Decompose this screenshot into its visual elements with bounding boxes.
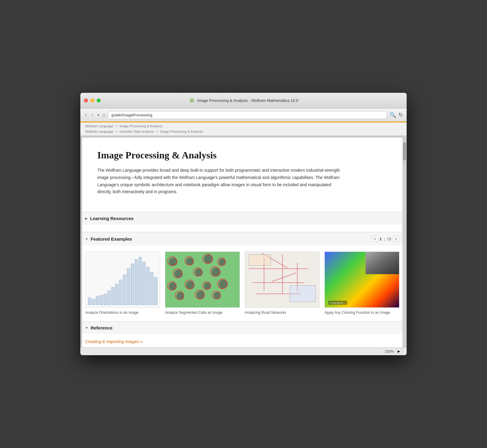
traffic-lights: [84, 99, 101, 102]
featured-examples-arrow[interactable]: ▼: [85, 237, 88, 241]
reference-arrow: ▼: [85, 326, 88, 330]
ring-4: [217, 258, 226, 266]
example-card-2[interactable]: Analyzing Road Networks: [245, 252, 320, 315]
back-button[interactable]: ‹: [84, 112, 88, 118]
window-title-area: ✳️ Image Processing & Analysis - Wolfram…: [189, 98, 298, 103]
bar-3: [96, 296, 99, 305]
ring-10: [202, 281, 211, 290]
ring-7: [210, 266, 220, 277]
map-region-2: [290, 285, 316, 302]
example-thumb-2: [245, 252, 320, 308]
learning-resources-arrow: ▶: [85, 217, 88, 220]
bar-10: [123, 274, 126, 305]
bar-1: [88, 297, 91, 305]
search-button[interactable]: 🔍: [389, 112, 396, 118]
bar-5: [104, 294, 107, 305]
bar-16: [146, 267, 150, 305]
page-body: Image Processing & Analysis The Wolfram …: [82, 138, 402, 205]
history-dropdown[interactable]: ▼: [97, 113, 100, 117]
ring-8: [167, 281, 176, 291]
road-d2: [272, 272, 296, 282]
learning-resources-section: ▶ Learning Resources: [82, 212, 402, 225]
learning-resources-header[interactable]: ▶ Learning Resources: [82, 212, 402, 225]
page-description: The Wolfram Language provides broad and …: [97, 167, 345, 196]
map-region-1: [249, 255, 271, 266]
minimize-button[interactable]: [90, 99, 94, 102]
creating-importing-link[interactable]: Creating & Importing Images »: [85, 339, 143, 344]
refresh-button[interactable]: ↻: [398, 112, 403, 118]
page-total: 15: [387, 237, 391, 241]
example-thumb-1: [165, 252, 240, 308]
example-card-1[interactable]: Analyze Segmented Cells an Image: [165, 252, 240, 315]
bar-6: [107, 291, 111, 305]
forward-button[interactable]: ›: [90, 112, 94, 118]
bar-12: [131, 264, 134, 305]
bar-14: [139, 257, 142, 305]
featured-examples-title: Featured Examples: [91, 236, 132, 242]
example-label-1: Analyze Segmented Cells an Image: [165, 310, 240, 315]
status-bar: 100% ▶: [80, 347, 407, 355]
bar-11: [127, 268, 130, 305]
close-button[interactable]: [84, 99, 88, 102]
reference-header[interactable]: ▼ Reference: [82, 322, 402, 334]
cells-visual: [165, 252, 240, 307]
featured-examples-section: ▼ Featured Examples « 1 | 15 »: [82, 232, 402, 321]
colormap-label-overlay: ImageApply[...]: [328, 301, 347, 305]
window-title: Image Processing & Analysis - Wolfram Ma…: [197, 98, 298, 103]
main-content: Image Processing & Analysis The Wolfram …: [82, 138, 402, 347]
breadcrumb-scientific-data[interactable]: Scientific Data Analysis: [119, 130, 154, 133]
pagination: « 1 | 15 »: [372, 236, 399, 242]
road-v2: [282, 255, 283, 294]
reference-title: Reference: [91, 325, 113, 330]
ring-12: [175, 291, 184, 300]
example-label-0: Analyze Orientations in an Image: [85, 310, 160, 315]
breadcrumb-wolfram-language-2[interactable]: Wolfram Language: [85, 130, 113, 133]
colormap-visual: ImageApply[...]: [325, 252, 399, 307]
example-thumb-3: ImageApply[...]: [324, 252, 399, 308]
example-label-3: Apply Any Coloring Function to an Image: [324, 310, 399, 315]
ring-9: [185, 280, 194, 289]
page-prev-button[interactable]: «: [372, 236, 379, 242]
home-button[interactable]: ⌂: [102, 112, 106, 118]
zoom-level: 100%: [385, 349, 394, 354]
featured-examples-header: ▼ Featured Examples « 1 | 15 »: [82, 232, 402, 245]
overlay-gradient: [366, 252, 399, 274]
ring-11: [217, 279, 227, 289]
ring-3: [202, 254, 213, 264]
learning-resources-title: Learning Resources: [90, 216, 134, 221]
featured-left: ▼ Featured Examples: [85, 236, 132, 242]
scrollbar-track[interactable]: [402, 136, 407, 347]
road-h1: [249, 268, 308, 269]
app-window: ✳️ Image Processing & Analysis - Wolfram…: [80, 93, 407, 355]
example-thumb-0: [85, 252, 160, 308]
zoom-button[interactable]: ▶: [396, 349, 402, 354]
bar-4: [100, 295, 103, 305]
ring-2: [185, 256, 194, 265]
maximize-button[interactable]: [97, 99, 101, 102]
scrollbar-thumb[interactable]: [403, 142, 406, 161]
bar-7: [111, 287, 114, 305]
colormap-image-overlay: [366, 252, 399, 274]
page-separator: |: [384, 237, 385, 241]
titlebar: ✳️ Image Processing & Analysis - Wolfram…: [80, 93, 407, 109]
example-label-2: Analyzing Road Networks: [245, 310, 320, 315]
histogram-visual: [85, 252, 160, 307]
reference-section: ▼ Reference Creating & Importing Images …: [82, 321, 402, 347]
bar-13: [135, 259, 138, 305]
bar-9: [119, 280, 122, 305]
page-next-button[interactable]: »: [392, 236, 399, 242]
breadcrumb-area: Wolfram Language > Image Processing & An…: [80, 122, 407, 136]
ring-5: [173, 268, 182, 278]
example-card-0[interactable]: Analyze Orientations in an Image: [85, 252, 160, 315]
bar-8: [115, 284, 118, 305]
breadcrumb-image-processing-2[interactable]: Image Processing & Analysis: [160, 130, 203, 133]
breadcrumb-1: Wolfram Language > Image Processing & An…: [85, 124, 402, 129]
breadcrumb-wolfram-language-1[interactable]: Wolfram Language: [85, 124, 113, 128]
example-card-3[interactable]: ImageApply[...] Apply Any Coloring Funct…: [324, 252, 399, 315]
page-title: Image Processing & Analysis: [97, 150, 387, 161]
reference-content: Creating & Importing Images »: [82, 334, 402, 347]
toolbar-actions: 🔍 ↻: [389, 112, 403, 118]
app-icon: ✳️: [189, 98, 195, 103]
breadcrumb-image-processing-1[interactable]: Image Processing & Analysis: [119, 124, 162, 128]
address-input[interactable]: [108, 111, 387, 119]
